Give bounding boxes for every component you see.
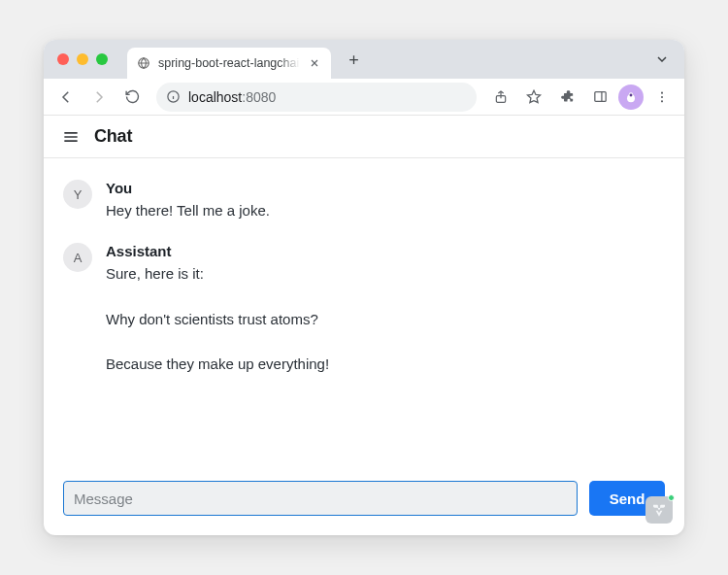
- message-input[interactable]: [63, 481, 578, 516]
- hamburger-menu-icon[interactable]: [61, 127, 81, 147]
- message-author: Assistant: [106, 243, 665, 259]
- message-composer: Send: [44, 467, 684, 535]
- message-content: You Hey there! Tell me a joke.: [106, 180, 665, 221]
- chat-message: Y You Hey there! Tell me a joke.: [63, 180, 665, 221]
- svg-point-10: [661, 100, 663, 102]
- page-title: Chat: [94, 126, 132, 147]
- bookmark-button[interactable]: [519, 83, 548, 112]
- message-author: You: [106, 180, 665, 196]
- window-fullscreen-button[interactable]: [96, 53, 108, 65]
- browser-tabbar: spring-boot-react-langchain-c: [44, 40, 684, 79]
- svg-point-8: [661, 91, 663, 93]
- message-text: Sure, here is it: Why don't scientists t…: [106, 262, 665, 375]
- profile-avatar-button[interactable]: [618, 85, 644, 110]
- avatar: A: [63, 243, 92, 272]
- svg-rect-3: [594, 92, 605, 102]
- vaadin-devtools-badge[interactable]: [645, 496, 673, 524]
- address-bar[interactable]: localhost:8080: [156, 83, 477, 112]
- svg-point-9: [661, 95, 663, 97]
- browser-toolbar: localhost:8080: [44, 79, 684, 116]
- tab-close-button[interactable]: [308, 56, 321, 70]
- globe-icon: [137, 56, 150, 70]
- chat-message: A Assistant Sure, here is it: Why don't …: [63, 243, 665, 375]
- window-minimize-button[interactable]: [77, 53, 88, 65]
- browser-window: spring-boot-react-langchain-c localhost:…: [44, 40, 684, 535]
- site-info-icon[interactable]: [166, 89, 181, 104]
- extensions-button[interactable]: [552, 83, 581, 112]
- back-button[interactable]: [51, 83, 81, 112]
- devtools-status-dot: [668, 494, 675, 501]
- window-close-button[interactable]: [57, 53, 69, 65]
- avatar: Y: [63, 180, 92, 209]
- message-text: Hey there! Tell me a joke.: [106, 199, 665, 221]
- window-controls: [57, 53, 108, 65]
- reload-button[interactable]: [117, 83, 147, 112]
- browser-tab[interactable]: spring-boot-react-langchain-c: [127, 48, 331, 79]
- forward-button[interactable]: [84, 83, 114, 112]
- chat-messages: Y You Hey there! Tell me a joke. A Assis…: [44, 158, 684, 467]
- address-host: localhost:8080: [188, 89, 276, 105]
- kebab-menu-button[interactable]: [647, 83, 677, 112]
- tab-title: spring-boot-react-langchain-c: [158, 56, 300, 70]
- sidepanel-button[interactable]: [585, 83, 614, 112]
- new-tab-button[interactable]: [341, 47, 366, 72]
- app-header: Chat: [44, 116, 684, 158]
- message-content: Assistant Sure, here is it: Why don't sc…: [106, 243, 665, 375]
- share-button[interactable]: [486, 83, 515, 112]
- svg-point-7: [630, 93, 633, 96]
- tabbar-overflow-button[interactable]: [649, 47, 675, 72]
